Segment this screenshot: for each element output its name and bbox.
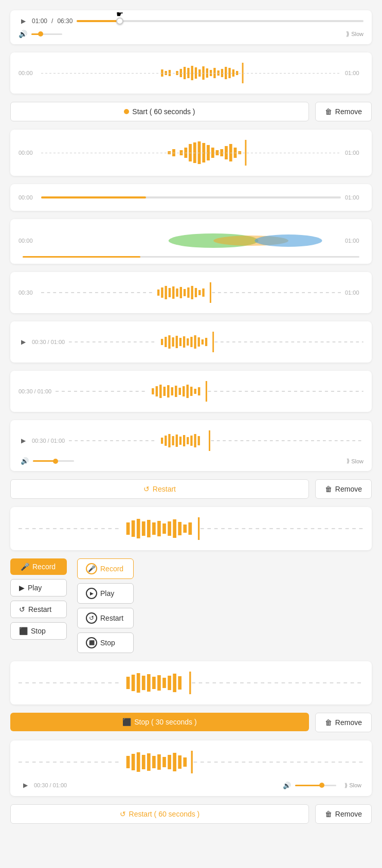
svg-rect-143 (173, 753, 176, 771)
progress-track-4[interactable] (23, 256, 359, 258)
restart-button-8[interactable]: ↺ Restart (10, 479, 309, 499)
start-button[interactable]: Start ( 60 seconds ) (10, 102, 309, 121)
stop-label-2: Stop (100, 639, 115, 647)
record-button-circle[interactable]: 🎤 Record (77, 558, 134, 579)
record-label-1: Record (32, 563, 56, 571)
svg-rect-114 (178, 522, 181, 535)
restart-icon-circle: ↺ (86, 612, 97, 624)
svg-rect-46 (172, 286, 174, 299)
play-btn-10[interactable]: ▶ (21, 781, 30, 790)
waveform-svg-stop (19, 672, 363, 694)
wf-dashes-2 (41, 153, 341, 153)
vol-thumb[interactable] (38, 31, 43, 37)
restart-button-circle[interactable]: ↺ Restart (77, 608, 134, 628)
record-button-filled[interactable]: 🎤 Record (10, 558, 67, 575)
svg-rect-141 (162, 757, 166, 767)
wf-start-4: 00:00 (19, 238, 37, 244)
stop-button[interactable]: ⬛ Stop ( 30 seconds ) (10, 713, 309, 731)
restart-button-outline[interactable]: ↺ Restart (10, 601, 67, 618)
play-button-circle[interactable]: ▶ Play (77, 583, 134, 604)
start-label: Start ( 60 seconds ) (132, 107, 195, 116)
svg-rect-96 (183, 435, 185, 446)
svg-rect-75 (156, 386, 158, 396)
wf-start-3: 00:00 (19, 194, 37, 201)
volume-track-8[interactable] (33, 460, 74, 462)
play-icon-circle: ▶ (86, 588, 97, 599)
play-button-outline[interactable]: ▶ Play (10, 579, 67, 596)
waveform-svg-7 (56, 381, 363, 402)
restart-icon-10: ↺ (120, 810, 126, 818)
waveform-card-pre-record (10, 507, 372, 550)
wf-container-6 (69, 332, 363, 352)
trash-icon-1: 🗑 (325, 107, 332, 116)
svg-rect-104 (126, 522, 130, 535)
record-controls: 🎤 Record ▶ Play ↺ Restart ⬛ Stop 🎤 Recor… (10, 558, 372, 653)
svg-rect-82 (183, 386, 185, 396)
svg-rect-69 (202, 339, 204, 345)
action-row-stop: ⬛ Stop ( 30 seconds ) 🗑 Remove (10, 713, 372, 732)
play-label-2: Play (100, 589, 114, 598)
wf-start-1: 00:00 (19, 70, 37, 76)
svg-point-40 (254, 234, 322, 247)
waveform-row-6: ▶ 00:30 / 01:00 (19, 328, 363, 356)
stop-button-circle[interactable]: ⬛ Stop (77, 632, 134, 653)
trash-icon-8: 🗑 (325, 485, 332, 493)
svg-rect-48 (180, 287, 182, 298)
waveform-row-stop (19, 667, 363, 698)
progress-card-3: 00:00 01:00 (10, 184, 372, 211)
wf-time-6: 00:30 / 01:00 (32, 339, 65, 345)
svg-rect-87 (206, 381, 207, 402)
svg-rect-97 (187, 437, 189, 444)
svg-rect-100 (198, 436, 200, 445)
progress-track-3[interactable] (41, 196, 341, 198)
svg-rect-139 (152, 756, 156, 768)
vol-thumb-10[interactable] (319, 783, 324, 788)
svg-rect-137 (142, 755, 145, 769)
svg-rect-83 (187, 385, 189, 398)
svg-rect-76 (159, 385, 161, 398)
svg-rect-50 (187, 287, 189, 298)
remove-button-1[interactable]: 🗑 Remove (315, 102, 372, 121)
play-btn-8[interactable]: ▶ (19, 436, 28, 445)
play-button[interactable]: ▶ (19, 16, 28, 26)
stop-square-icon: ⬛ (122, 718, 131, 726)
waveform-row-7: 00:30 / 01:00 (19, 377, 363, 406)
colorful-card-4: 00:00 01:00 (10, 219, 372, 264)
svg-rect-51 (191, 286, 193, 299)
svg-rect-111 (162, 523, 166, 534)
svg-rect-70 (205, 338, 207, 346)
svg-rect-108 (147, 520, 151, 537)
trash-icon-10: 🗑 (325, 810, 332, 818)
wf-container-4 (41, 229, 341, 252)
progress-thumb[interactable]: ☛ (116, 17, 123, 25)
svg-rect-45 (169, 288, 171, 297)
remove-button-10[interactable]: 🗑 Remove (315, 804, 372, 824)
volume-track-10[interactable] (295, 785, 336, 786)
vol-thumb-8[interactable] (53, 459, 58, 464)
wf-start-2: 00:00 (19, 150, 37, 156)
wf-end-5: 01:00 (345, 290, 363, 296)
stop-button-outline[interactable]: ⬛ Stop (10, 622, 67, 640)
svg-rect-94 (176, 435, 178, 447)
svg-rect-117 (198, 517, 199, 540)
play-icon-outline: ▶ (19, 584, 25, 592)
svg-rect-85 (194, 389, 196, 394)
volume-icon-8: 🔊 (21, 457, 29, 465)
remove-button-9[interactable]: 🗑 Remove (315, 713, 372, 732)
svg-rect-113 (173, 519, 176, 538)
progress-track[interactable]: ☛ (77, 20, 363, 22)
svg-rect-81 (179, 388, 181, 395)
mic-icon-filled: 🎤 (21, 563, 29, 571)
svg-rect-112 (168, 521, 171, 536)
waveform-card-6: ▶ 00:30 / 01:00 (10, 321, 372, 363)
svg-rect-58 (161, 339, 163, 345)
restart-button-10[interactable]: ↺ Restart ( 60 seconds ) (10, 804, 309, 824)
trash-icon-9: 🗑 (325, 718, 332, 727)
svg-rect-86 (198, 387, 200, 395)
wf-container-stop (19, 672, 363, 694)
remove-button-8[interactable]: 🗑 Remove (315, 479, 372, 499)
play-btn-6[interactable]: ▶ (19, 337, 28, 347)
svg-rect-126 (157, 675, 161, 691)
volume-track[interactable] (31, 33, 62, 35)
stop-icon-outline: ⬛ (19, 627, 28, 635)
